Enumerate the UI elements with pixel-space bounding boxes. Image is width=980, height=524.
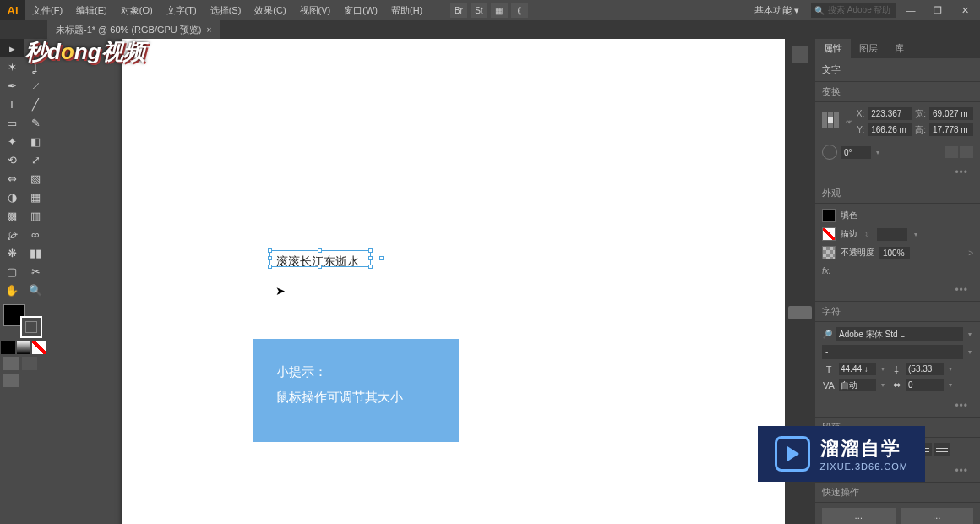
color-well[interactable] [0, 303, 47, 340]
paragraph-more-icon[interactable]: ••• [955, 465, 973, 477]
w-input[interactable] [929, 107, 973, 120]
quick-action-2[interactable]: … [901, 508, 974, 524]
x-input[interactable] [868, 107, 912, 120]
window-maximize-icon[interactable]: ❐ [926, 3, 950, 18]
transform-header[interactable]: 变换 [815, 82, 980, 102]
screen-mode-icon[interactable] [3, 374, 19, 387]
selection-handle-tl[interactable] [268, 248, 272, 253]
selection-handle-ml[interactable] [268, 256, 272, 260]
pen-tool[interactable]: ✒ [0, 76, 24, 95]
workspace-switcher[interactable]: 基本功能 ▾ [746, 4, 808, 17]
stroke-dropdown-icon[interactable]: ▾ [912, 231, 919, 238]
arrange-docs-icon[interactable]: ▦ [491, 3, 508, 18]
character-more-icon[interactable]: ••• [955, 400, 973, 412]
font-size-input[interactable] [839, 363, 876, 375]
color-mode-none[interactable] [32, 341, 46, 354]
angle-dropdown-icon[interactable]: ▾ [874, 149, 881, 156]
slice-tool[interactable]: ✂ [24, 262, 47, 281]
flip-vertical-icon[interactable] [960, 146, 973, 158]
fx-row[interactable]: fx. [815, 265, 980, 281]
selection-handle-tm[interactable] [318, 248, 322, 253]
bridge-icon[interactable]: Br [450, 3, 467, 18]
scale-tool[interactable]: ⤢ [24, 150, 47, 169]
window-close-icon[interactable]: ✕ [953, 3, 977, 18]
opacity-swatch[interactable] [822, 246, 836, 259]
y-input[interactable] [868, 123, 912, 136]
shaper-tool[interactable]: ✦ [0, 132, 24, 150]
kerning-input[interactable] [839, 379, 876, 391]
angle-dial-icon[interactable] [822, 145, 837, 160]
eyedropper-tool[interactable]: ⌮ [0, 225, 24, 243]
tab-libraries[interactable]: 库 [886, 39, 912, 58]
curvature-tool[interactable]: ⟋ [24, 76, 47, 95]
transform-more-icon[interactable]: ••• [955, 166, 973, 178]
paintbrush-tool[interactable]: ✎ [24, 113, 47, 132]
line-tool[interactable]: ╱ [24, 95, 47, 113]
h-input[interactable] [929, 123, 973, 136]
zoom-tool[interactable]: 🔍 [24, 281, 47, 299]
gpu-icon[interactable]: ⟪ [511, 3, 528, 18]
menu-select[interactable]: 选择(S) [204, 4, 248, 17]
color-mode-solid[interactable] [1, 341, 15, 354]
justify-all-button[interactable] [934, 443, 950, 456]
font-style-input[interactable] [822, 345, 963, 359]
menu-object[interactable]: 对象(O) [114, 4, 160, 17]
fill-swatch[interactable] [822, 209, 836, 222]
tab-properties[interactable]: 属性 [815, 39, 851, 58]
tab-layers[interactable]: 图层 [851, 39, 886, 58]
stroke-color-swatch[interactable] [20, 316, 42, 338]
canvas-area[interactable]: 滚滚长江东逝水 ➤ 小提示： 鼠标操作可调节其大小 [47, 39, 785, 524]
menu-help[interactable]: 帮助(H) [384, 4, 429, 17]
selection-handle-bm[interactable] [318, 265, 322, 269]
window-minimize-icon[interactable]: ― [899, 3, 923, 18]
blend-tool[interactable]: ∞ [24, 225, 47, 243]
selection-handle-bl[interactable] [268, 265, 272, 269]
character-header[interactable]: 字符 [815, 302, 980, 322]
font-search-icon[interactable]: 🔎 [822, 330, 832, 339]
scrollbar-thumb[interactable] [788, 306, 812, 319]
flip-horizontal-icon[interactable] [945, 146, 958, 158]
quick-action-1[interactable]: … [822, 508, 896, 524]
width-tool[interactable]: ⇔ [0, 169, 24, 188]
stroke-swatch[interactable] [822, 227, 836, 241]
free-transform-tool[interactable]: ▧ [24, 169, 47, 188]
document-tab-close-icon[interactable]: × [207, 25, 212, 35]
stock-icon[interactable]: St [471, 3, 487, 18]
menu-edit[interactable]: 编辑(E) [69, 4, 114, 17]
collapsed-panel-icon[interactable] [792, 46, 808, 63]
artboard-tool[interactable]: ▢ [0, 262, 24, 281]
menu-type[interactable]: 文字(T) [160, 4, 204, 17]
leading-input[interactable] [906, 363, 944, 375]
reference-point-selector[interactable] [822, 112, 842, 132]
selection-tool[interactable]: ▸ [0, 39, 24, 57]
selection-handle-mr[interactable] [368, 256, 373, 260]
tracking-input[interactable] [906, 379, 944, 391]
type-tool[interactable]: T [0, 95, 24, 113]
menu-window[interactable]: 窗口(W) [337, 4, 384, 17]
shape-builder-tool[interactable]: ◑ [0, 188, 24, 206]
font-family-input[interactable] [836, 327, 963, 341]
stroke-weight-input[interactable] [877, 228, 907, 241]
symbol-sprayer-tool[interactable]: ❋ [0, 243, 24, 262]
mesh-tool[interactable]: ▩ [0, 206, 24, 225]
appearance-header[interactable]: 外观 [815, 183, 980, 204]
selection-handle-ext[interactable] [379, 256, 384, 260]
magic-wand-tool[interactable]: ✶ [0, 57, 24, 76]
link-wh-icon[interactable]: ⚮ [846, 117, 852, 127]
document-tab[interactable]: 未标题-1* @ 60% (RGB/GPU 预览) × [47, 20, 220, 39]
menu-view[interactable]: 视图(V) [293, 4, 338, 17]
rectangle-tool[interactable]: ▭ [0, 113, 24, 132]
search-input[interactable]: 🔍搜索 Adobe 帮助 [811, 3, 896, 18]
hand-tool[interactable]: ✋ [0, 281, 24, 299]
draw-behind-icon[interactable] [22, 357, 37, 370]
menu-effect[interactable]: 效果(C) [248, 4, 292, 17]
selection-handle-tr[interactable] [368, 248, 373, 253]
rotate-tool[interactable]: ⟲ [0, 150, 24, 169]
kerning-dropdown-icon[interactable]: ▾ [879, 381, 886, 389]
leading-dropdown-icon[interactable]: ▾ [947, 365, 954, 373]
size-dropdown-icon[interactable]: ▾ [879, 365, 886, 373]
menu-file[interactable]: 文件(F) [25, 4, 69, 17]
draw-normal-icon[interactable] [3, 357, 19, 370]
selection-bounding-box[interactable] [270, 250, 371, 267]
stroke-stepper-icon[interactable]: ⇳ [863, 231, 872, 238]
